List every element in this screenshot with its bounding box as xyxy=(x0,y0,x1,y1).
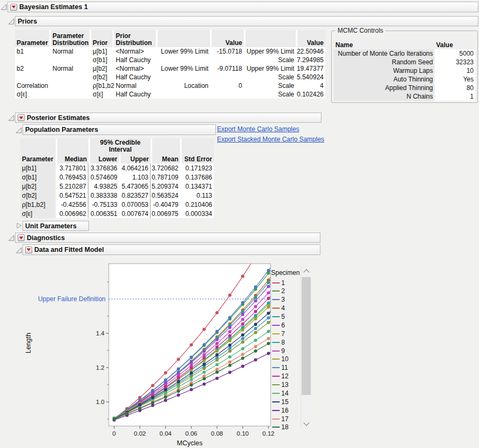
priors-col-header: Parameter Distribution xyxy=(51,30,89,47)
legend-swatch xyxy=(272,282,280,283)
legend-label: 13 xyxy=(281,381,288,389)
disclosure-open-icon[interactable] xyxy=(8,18,14,25)
x-tick-label: 0.08 xyxy=(211,430,223,437)
priors-cell: Scale xyxy=(245,90,296,99)
pop-header-spacer xyxy=(152,138,180,154)
outline-bar-unit-parameters[interactable]: Unit Parameters xyxy=(23,221,89,231)
priors-cell xyxy=(15,73,49,81)
specimen-5-point xyxy=(254,296,257,299)
specimen-13-point xyxy=(254,331,257,334)
specimen-14-point xyxy=(254,339,257,342)
priors-table: ParameterParameter DistributionPriorPrio… xyxy=(15,30,325,99)
disclosure-open-icon[interactable] xyxy=(8,235,14,241)
legend-item-specimen-12: 12 xyxy=(272,372,288,380)
outline-bar-diagnostics[interactable]: Diagnostics xyxy=(15,233,320,243)
priors-cell: 19.47377 xyxy=(297,64,325,73)
specimen-16-point xyxy=(215,377,219,380)
legend-scrollbar[interactable] xyxy=(301,266,311,429)
diagnostics-title: Diagnostics xyxy=(27,234,65,242)
legend-label: 7 xyxy=(281,330,285,338)
disclosure-open-icon[interactable] xyxy=(16,247,22,253)
specimen-9-point xyxy=(215,342,219,345)
mcmc-value-cell: 80 xyxy=(435,84,475,92)
priors-cell: Normal xyxy=(51,47,89,56)
specimen-15-point xyxy=(203,363,206,366)
red-triangle-menu-icon[interactable] xyxy=(18,114,25,121)
specimen-12-point xyxy=(177,376,180,379)
legend-swatch xyxy=(272,419,280,420)
posterior-estimates-title: Posterior Estimates xyxy=(27,114,89,122)
disclosure-closed-icon[interactable] xyxy=(16,222,22,229)
outline-bar-priors[interactable]: Priors xyxy=(15,16,478,26)
legend-swatch xyxy=(272,290,280,292)
priors-cell xyxy=(212,73,244,81)
priors-cell: Scale xyxy=(245,73,296,81)
specimen-16-point xyxy=(177,393,180,397)
priors-cell: Lower 99% Limit xyxy=(158,64,210,73)
specimen-3-point xyxy=(203,343,206,346)
x-tick-label: 0.02 xyxy=(134,430,146,437)
legend-item-specimen-1: 1 xyxy=(272,279,285,287)
specimen-16-point xyxy=(190,388,193,391)
export-monte-carlo-samples-link[interactable]: Export Monte Carlo Samples xyxy=(217,125,299,133)
red-triangle-menu-icon[interactable] xyxy=(18,234,25,241)
specimen-legend: Specimen 123456789101112131415161718 xyxy=(271,266,300,432)
disclosure-open-icon[interactable] xyxy=(16,127,22,133)
specimen-10-point xyxy=(228,339,231,342)
specimen-10-point xyxy=(254,317,257,320)
priors-cell xyxy=(158,56,210,64)
legend-item-specimen-8: 8 xyxy=(272,338,285,346)
mcmc-controls-title: MCMC Controls xyxy=(335,27,385,34)
legend-item-specimen-14: 14 xyxy=(272,389,288,397)
scroll-up-icon[interactable] xyxy=(301,266,311,277)
priors-cell: Correlation xyxy=(15,81,49,90)
legend-label: 1 xyxy=(281,279,285,287)
priors-cell: 0 xyxy=(212,81,244,90)
upper-failure-definition-label: Upper Failure Definition xyxy=(38,295,106,303)
pop-header-spacer xyxy=(57,138,88,154)
disclosure-open-icon[interactable] xyxy=(1,4,7,10)
legend-swatch xyxy=(272,427,280,428)
outline-bar-data-and-fitted-model[interactable]: Data and Fitted Model xyxy=(23,244,320,255)
specimen-9-point xyxy=(267,292,270,295)
specimen-14-point xyxy=(267,330,270,333)
priors-cell: μ[b2] xyxy=(91,64,113,73)
scrollbar-thumb[interactable] xyxy=(302,277,311,395)
legend-label: 5 xyxy=(281,313,285,320)
specimen-15-point xyxy=(138,404,141,407)
legend-label: 11 xyxy=(281,364,288,371)
disclosure-open-icon[interactable] xyxy=(8,115,14,121)
pop-cell: 0.007674 xyxy=(121,209,151,218)
priors-cell: -9.07118 xyxy=(212,64,244,73)
legend-item-specimen-7: 7 xyxy=(272,330,285,338)
specimen-12-point xyxy=(267,297,270,300)
legend-swatch xyxy=(272,342,280,343)
priors-cell xyxy=(158,90,210,99)
legend-swatch xyxy=(272,376,280,377)
outline-bar-bayesian-estimates[interactable]: Bayesian Estimates 1 xyxy=(8,2,478,12)
specimen-11-point xyxy=(241,337,244,340)
priors-cell xyxy=(51,56,89,64)
red-triangle-menu-icon[interactable] xyxy=(10,4,17,11)
export-stacked-monte-carlo-samples-link[interactable]: Export Stacked Monte Carlo Samples xyxy=(217,136,324,143)
pop-cell: σ[ε] xyxy=(20,209,56,218)
outline-bar-population-parameters[interactable]: Population Parameters xyxy=(23,124,216,135)
specimen-12-point xyxy=(203,356,206,360)
specimen-12-point xyxy=(164,385,167,389)
legend-item-specimen-2: 2 xyxy=(272,287,285,295)
mcmc-col-header: Value xyxy=(435,40,475,49)
pop-cell: 3.376836 xyxy=(90,163,119,173)
outline-bar-posterior-estimates[interactable]: Posterior Estimates xyxy=(15,113,321,123)
legend-swatch xyxy=(272,410,280,411)
priors-cell: Scale xyxy=(245,56,296,64)
specimen-10-point xyxy=(215,349,219,353)
x-tick-label: 0.06 xyxy=(185,430,197,437)
pop-cell: 0.574609 xyxy=(90,173,119,182)
scroll-down-icon[interactable] xyxy=(301,418,311,429)
specimen-9-point xyxy=(241,318,244,321)
priors-col-header: Prior xyxy=(91,30,113,47)
red-triangle-menu-icon[interactable] xyxy=(25,247,32,253)
priors-cell: <Normal> xyxy=(114,47,156,56)
priors-cell: μ[b1] xyxy=(91,47,113,56)
pop-cell: μ[b1] xyxy=(20,163,56,173)
